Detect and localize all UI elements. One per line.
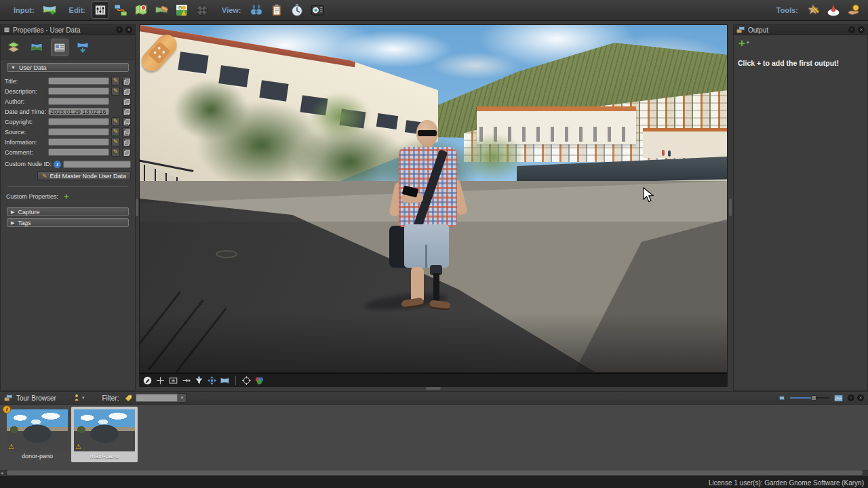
purchase-icon[interactable] (845, 1, 863, 19)
garden-gnome-icon[interactable] (825, 1, 842, 19)
copy-button[interactable] (122, 127, 131, 136)
copy-button[interactable] (122, 117, 131, 126)
chevron-down-icon: ▾ (747, 40, 749, 47)
tag-filter-icon[interactable] (124, 394, 133, 403)
animation-icon[interactable] (193, 1, 211, 19)
tour-browser-icon (4, 394, 13, 403)
tab-layers-tab[interactable] (5, 39, 22, 56)
mouse-cursor (643, 187, 655, 206)
north-icon[interactable] (180, 375, 192, 386)
tab-user-data-tab[interactable] (51, 39, 68, 56)
filter-input[interactable] (136, 394, 178, 402)
edit-pencil-button[interactable]: ✎ (111, 77, 120, 85)
field-input[interactable] (48, 87, 109, 95)
right-splitter[interactable] (729, 199, 732, 216)
filter-dropdown-button[interactable]: ▾ (178, 393, 186, 403)
thumbnail-size-slider[interactable] (790, 394, 829, 401)
copy-button[interactable] (122, 97, 131, 106)
field-input[interactable] (48, 118, 109, 125)
map-icon[interactable] (132, 1, 150, 19)
toolbar-tools-group: Tools: (767, 1, 864, 19)
close-panel-icon[interactable]: × (858, 26, 865, 33)
tour-map-icon[interactable] (112, 1, 130, 19)
clipboard-icon[interactable] (268, 1, 285, 19)
scrollbar-thumb[interactable] (7, 470, 863, 475)
field-row: Comment:✎ (5, 147, 131, 157)
field-label: Information: (5, 139, 48, 146)
scroll-left-arrow[interactable]: ◂ (1, 470, 3, 476)
edit-pencil-button[interactable]: ✎ (111, 148, 120, 157)
field-row: Author: (5, 96, 131, 106)
thumbnail-strip: ⚠idonor-pano⚠main-pano (0, 405, 868, 471)
detach-panel-icon[interactable]: ▫ (848, 26, 855, 33)
info-icon[interactable]: i (54, 161, 61, 168)
panorama-viewport[interactable] (139, 24, 728, 373)
funnel-icon[interactable] (193, 375, 205, 386)
sort-button[interactable]: ▾ (73, 394, 85, 402)
tab-master-node-tab[interactable] (74, 39, 92, 56)
field-input[interactable] (48, 148, 109, 156)
preview-binoculars-icon[interactable] (248, 1, 265, 19)
edit-master-node-button[interactable]: ✎ Edit Master Node User Data (37, 171, 131, 180)
properties-icon[interactable] (92, 1, 109, 19)
street-view-icon[interactable]: G (173, 1, 191, 19)
edit-pencil-button[interactable]: ✎ (111, 127, 120, 136)
horizontal-scrollbar[interactable]: ◂ (0, 470, 868, 476)
warning-icon: ⚠ (75, 443, 81, 450)
target-icon[interactable] (241, 375, 252, 386)
bottom-splitter[interactable] (426, 387, 441, 390)
draw-icon[interactable] (142, 375, 153, 386)
patch-tool-icon[interactable] (153, 1, 170, 19)
slider-handle[interactable] (811, 395, 816, 401)
field-row: Title:✎ (5, 76, 131, 86)
magic-wand-icon[interactable] (804, 1, 822, 19)
move-icon[interactable] (206, 375, 218, 386)
field-input[interactable]: 2023:01:29 13:02:16 (48, 108, 109, 115)
close-panel-icon[interactable]: × (125, 26, 132, 33)
add-custom-property-icon[interactable]: + (64, 192, 69, 200)
pano-view-icon[interactable] (219, 375, 231, 386)
copy-button[interactable] (122, 148, 131, 157)
field-row: Source:✎ (5, 127, 131, 137)
field-label: Copyright: (5, 119, 48, 125)
user-data-section-header[interactable]: ▼ User Data (7, 63, 129, 72)
rgb-adjust-icon[interactable] (254, 375, 265, 386)
detach-panel-icon[interactable]: ▫ (116, 26, 123, 33)
add-panorama-icon[interactable] (41, 1, 58, 19)
field-input[interactable] (48, 128, 109, 136)
add-output-button[interactable]: +▾ (738, 39, 749, 47)
tags-section-header[interactable]: ▶ Tags (7, 218, 129, 227)
status-bar: License 1 user(s): Garden Gnome Software… (0, 476, 868, 488)
edit-pencil-button[interactable]: ✎ (111, 87, 120, 96)
output-preview-icon[interactable] (309, 1, 326, 19)
close-panel-icon[interactable]: × (857, 394, 864, 401)
tab-panorama-tab[interactable] (28, 39, 45, 56)
add-point-icon[interactable] (155, 375, 166, 386)
filter-label: Filter: (102, 394, 119, 402)
field-label: Source: (5, 129, 48, 136)
panorama-thumbnail[interactable]: ⚠main-pano (71, 407, 138, 462)
license-text: License 1 user(s): Garden Gnome Software… (709, 479, 864, 487)
field-input[interactable] (48, 138, 109, 146)
edit-pencil-button[interactable]: ✎ (111, 138, 120, 146)
left-splitter[interactable] (136, 199, 138, 216)
detach-panel-icon[interactable]: ▫ (848, 394, 854, 401)
time-icon[interactable] (288, 1, 306, 19)
custom-node-id-input[interactable] (63, 161, 131, 168)
edit-pencil-button[interactable]: ✎ (111, 117, 120, 126)
copy-button[interactable] (122, 77, 131, 85)
properties-panel: Properties - User Data ▫ × ▼ User Data T… (0, 24, 136, 391)
field-input[interactable] (48, 98, 109, 105)
frame-icon[interactable] (167, 375, 179, 386)
custom-properties-label: Custom Properties: (6, 193, 58, 200)
copy-button[interactable] (122, 87, 131, 96)
copy-button[interactable] (122, 138, 131, 146)
output-panel-titlebar[interactable]: Output ▫ × (734, 25, 867, 35)
field-input[interactable] (48, 77, 109, 85)
properties-panel-titlebar[interactable]: Properties - User Data ▫ × (1, 25, 135, 35)
panorama-thumbnail[interactable]: ⚠idonor-pano (4, 407, 71, 462)
capture-section-header[interactable]: ▶ Capture (7, 207, 129, 216)
tour-browser-title: Tour Browser (16, 394, 56, 402)
copy-button[interactable] (122, 107, 131, 116)
toolbar-group-label: View: (222, 6, 241, 14)
